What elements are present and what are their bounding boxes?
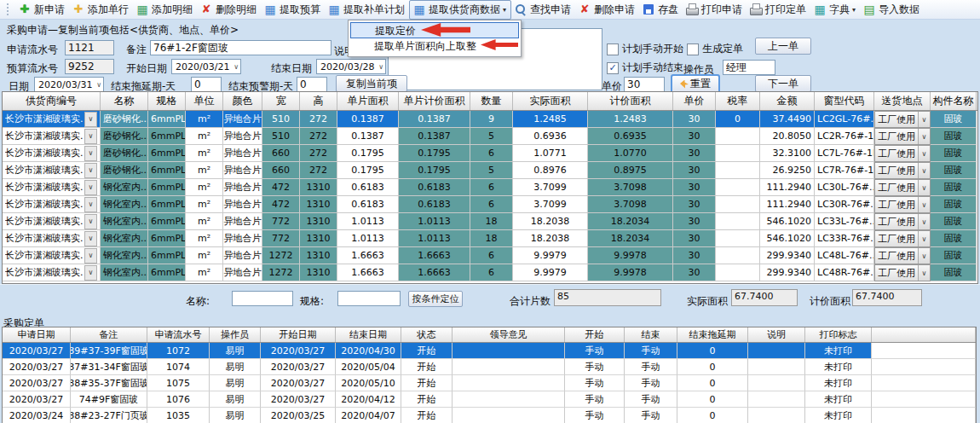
- chevron-down-icon[interactable]: ∨: [84, 248, 97, 264]
- table-row[interactable]: 长沙市潇湘玻璃实...∨钢化室内...6mmPLE...m²异地合片772131…: [3, 230, 977, 247]
- chevron-down-icon[interactable]: ∨: [84, 163, 97, 178]
- cell-delivery[interactable]: 工厂使用∨: [874, 128, 931, 145]
- table-row[interactable]: 长沙市潇湘玻璃实...∨钢化室内...6mmPLE...m²异地合片127213…: [3, 247, 977, 264]
- toolbar-button-extract-budget[interactable]: 提取预算: [261, 1, 325, 19]
- chevron-down-icon[interactable]: ∨: [84, 197, 97, 212]
- cell-supplier[interactable]: 长沙市潇湘玻璃实...∨: [3, 196, 101, 213]
- generate-order-checkbox[interactable]: 生成定单: [687, 42, 743, 56]
- operator-input[interactable]: [723, 60, 775, 75]
- column-header-price_area[interactable]: 计价面积: [588, 92, 673, 110]
- column-header-apply_serial[interactable]: 申请流水号: [147, 327, 210, 342]
- toolbar-button-delete-request[interactable]: 删除申请: [575, 1, 639, 19]
- table-row[interactable]: 2020/03/2788#35-37F窗固玻1075易明2020/03/2720…: [3, 375, 976, 391]
- cell-delivery[interactable]: 工厂使用∨: [874, 230, 931, 247]
- locate-by-condition-button[interactable]: 按条件定位: [408, 291, 463, 307]
- chevron-down-icon[interactable]: ∨: [84, 265, 97, 281]
- column-header-start_date[interactable]: 开始日期: [261, 327, 336, 342]
- chevron-down-icon[interactable]: ∨: [84, 231, 97, 246]
- cell-delivery[interactable]: 工厂使用∨: [874, 264, 931, 281]
- column-header-blank[interactable]: [872, 327, 976, 342]
- toolbar-button-add-row[interactable]: 添加单行: [69, 1, 133, 19]
- table-row[interactable]: 长沙市潇湘玻璃实...∨磨砂钢化...6mmPLE...m²异地合片510272…: [3, 128, 977, 145]
- cell-delivery[interactable]: 工厂使用∨: [874, 213, 931, 230]
- apply-serial-input[interactable]: [65, 40, 114, 55]
- chevron-down-icon[interactable]: ∨: [84, 112, 97, 127]
- manual-start-checkbox[interactable]: 计划手动开始: [607, 42, 683, 56]
- column-header-amount[interactable]: 金额: [760, 92, 815, 110]
- end-delay-input[interactable]: [191, 77, 222, 92]
- chevron-down-icon[interactable]: ∨: [84, 214, 97, 229]
- remark-input[interactable]: [150, 40, 331, 55]
- column-header-width[interactable]: 宽: [262, 92, 300, 110]
- toolbar-button-import-data[interactable]: 导入数据: [860, 1, 924, 19]
- cell-supplier[interactable]: 长沙市潇湘玻璃实...∨: [3, 179, 101, 196]
- budget-serial-input[interactable]: [65, 59, 114, 74]
- column-header-qty[interactable]: 数量: [470, 92, 513, 110]
- toolbar-button-extract-supplement-plan[interactable]: 提取补单计划: [325, 1, 409, 19]
- table-row[interactable]: 长沙市潇湘玻璃实...∨钢化室内...6mmPLE...m²异地合片772131…: [3, 213, 977, 230]
- name-filter-input[interactable]: [232, 291, 293, 306]
- column-header-supplier[interactable]: 供货商编号: [3, 92, 101, 110]
- toolbar-button-print-order[interactable]: 打印定单: [747, 1, 810, 19]
- spec-filter-input[interactable]: [337, 291, 401, 306]
- table-row[interactable]: 2020/03/2787#31-34F窗固玻1074易明2020/03/2720…: [3, 359, 976, 375]
- toolbar-button-save[interactable]: 存盘: [639, 1, 683, 19]
- toolbar-button-print-request[interactable]: 打印申请: [683, 1, 747, 19]
- manual-end-checkbox[interactable]: 计划手动结束: [607, 61, 683, 75]
- cell-delivery[interactable]: 工厂使用∨: [874, 196, 931, 213]
- column-header-print_flag[interactable]: 打印标志: [805, 327, 872, 342]
- column-header-operator[interactable]: 操作员: [210, 327, 261, 342]
- start-date-combo[interactable]: 2020/03/21∨: [171, 59, 241, 74]
- column-header-apply_date[interactable]: 申请日期: [3, 327, 71, 342]
- chevron-down-icon[interactable]: ∨: [84, 146, 97, 161]
- table-row[interactable]: 长沙市潇湘玻璃实...∨磨砂钢化...6mmPLE...m²异地合片510272…: [3, 111, 977, 128]
- cell-delivery[interactable]: 工厂使用∨: [874, 111, 931, 128]
- cell-delivery[interactable]: 工厂使用∨: [874, 247, 931, 264]
- column-header-end_date[interactable]: 结束日期: [336, 327, 401, 342]
- column-header-window_code[interactable]: 窗型代码: [815, 92, 874, 110]
- table-row[interactable]: 2020/03/2774#9F窗固玻1076易明2020/03/272020/0…: [3, 391, 976, 408]
- table-row[interactable]: 长沙市潇湘玻璃实...∨磨砂钢化...6mmPLE...m²异地合片660272…: [3, 162, 977, 179]
- table-row[interactable]: 长沙市潇湘玻璃实...∨钢化室内...6mmPLE...m²异地合片472131…: [3, 196, 977, 213]
- column-header-status[interactable]: 状态: [401, 327, 453, 342]
- copy-current-button[interactable]: 复制当前项: [336, 75, 407, 92]
- cell-supplier[interactable]: 长沙市潇湘玻璃实...∨: [3, 145, 101, 162]
- cell-delivery[interactable]: 工厂使用∨: [874, 179, 931, 196]
- toolbar-button-dictionary[interactable]: 字典▾: [810, 1, 860, 19]
- column-header-component[interactable]: 构件名称: [931, 92, 977, 110]
- unit-price-input[interactable]: [624, 77, 665, 92]
- cell-supplier[interactable]: 长沙市潇湘玻璃实...∨: [3, 230, 101, 247]
- next-order-button[interactable]: 下一单: [755, 75, 811, 92]
- table-row[interactable]: 长沙市潇湘玻璃实...∨钢化室内...6mmPLE...m²异地合片472131…: [3, 179, 977, 196]
- column-header-name[interactable]: 名称: [101, 92, 148, 110]
- column-header-unit[interactable]: 单位: [186, 92, 223, 110]
- toolbar-button-extract-supplier-data[interactable]: 提取供货商数据▾: [409, 0, 511, 20]
- column-header-start[interactable]: 开始: [565, 327, 625, 342]
- table-row[interactable]: 长沙市潇湘玻璃实...∨磨砂钢化...6mmPLE...m²异地合片660272…: [3, 145, 977, 162]
- cell-supplier[interactable]: 长沙市潇湘玻璃实...∨: [3, 128, 101, 145]
- table-row[interactable]: 2020/03/2789#37-39F窗固玻1072易明2020/03/2720…: [3, 343, 976, 359]
- cell-delivery[interactable]: 工厂使用∨: [874, 145, 931, 162]
- previous-order-button[interactable]: 上一单: [755, 38, 811, 55]
- date-combo[interactable]: 2020/03/31∨: [34, 77, 104, 92]
- column-header-piece_price_area[interactable]: 单片计价面积: [399, 92, 470, 110]
- table-row[interactable]: 长沙市潇湘玻璃实...∨钢化室内...6mmPLE...m²异地合片127213…: [3, 264, 977, 281]
- column-header-actual_area[interactable]: 实际面积: [513, 92, 588, 110]
- end-warning-input[interactable]: [297, 77, 327, 92]
- cell-supplier[interactable]: 长沙市潇湘玻璃实...∨: [3, 264, 101, 281]
- cell-supplier[interactable]: 长沙市潇湘玻璃实...∨: [3, 111, 101, 128]
- toolbar-button-new-request[interactable]: 新申请: [15, 1, 69, 19]
- cell-supplier[interactable]: 长沙市潇湘玻璃实...∨: [3, 247, 101, 264]
- column-header-delivery[interactable]: 送货地点: [874, 92, 931, 110]
- column-header-tax_rate[interactable]: 税率: [716, 92, 760, 110]
- column-header-end[interactable]: 结束: [625, 327, 677, 342]
- column-header-leader_opinion[interactable]: 领导意见: [453, 327, 565, 342]
- column-header-end_delay[interactable]: 结束拖延期: [677, 327, 748, 342]
- column-header-remark[interactable]: 备注: [71, 327, 147, 342]
- toolbar-button-search-request[interactable]: 查找申请: [511, 1, 575, 19]
- cell-supplier[interactable]: 长沙市潇湘玻璃实...∨: [3, 162, 101, 179]
- column-header-spec[interactable]: 规格: [148, 92, 186, 110]
- column-header-unit_price[interactable]: 单价: [673, 92, 716, 110]
- toolbar-button-add-detail[interactable]: 添加明细: [133, 1, 197, 19]
- table-row[interactable]: 2020/03/2488#23-27F门页玻1035易明2020/03/2520…: [3, 408, 976, 423]
